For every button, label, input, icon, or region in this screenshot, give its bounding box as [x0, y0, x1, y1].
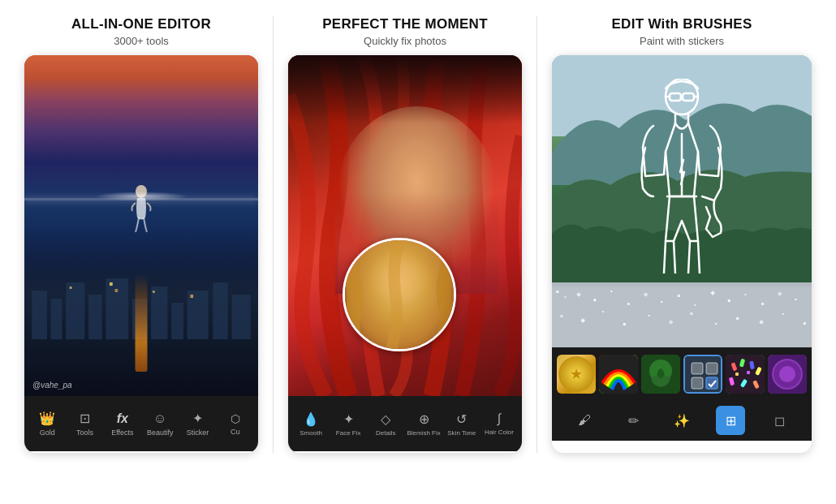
panel-3-subtitle: Paint with stickers — [640, 35, 724, 47]
svg-rect-58 — [706, 363, 717, 374]
svg-rect-49 — [782, 313, 784, 315]
panel-brushes: EDIT With BRUSHES Paint with stickers — [552, 16, 812, 453]
svg-rect-35 — [744, 294, 746, 295]
svg-rect-43 — [649, 315, 650, 317]
divider-1 — [273, 16, 274, 453]
brush-tool-grid[interactable]: ⊞ — [716, 406, 745, 435]
eraser-icon: ◻ — [774, 413, 785, 429]
paint-brush-icon: 🖌 — [578, 413, 591, 428]
sticker-purple[interactable] — [768, 355, 807, 394]
tool-facefix-label: Face Fix — [336, 429, 361, 437]
sticker-icon: ✦ — [192, 411, 203, 426]
svg-rect-13 — [114, 289, 118, 292]
svg-rect-46 — [715, 323, 717, 325]
watermark: @vahe_pa — [32, 381, 72, 390]
panel-3-phone: ★ — [552, 55, 812, 453]
tool-blemish[interactable]: ⊕ Blemish Fix — [405, 408, 442, 440]
sticker-gold[interactable]: ★ — [557, 355, 596, 394]
svg-point-73 — [779, 366, 795, 382]
tool-sticker-label: Sticker — [187, 429, 209, 437]
top-dark — [288, 55, 522, 123]
svg-rect-12 — [110, 282, 113, 286]
brush-tool-pen[interactable]: ✏ — [618, 406, 648, 435]
svg-rect-24 — [564, 296, 566, 298]
sticker-green[interactable] — [641, 355, 680, 394]
divider-2 — [537, 16, 537, 453]
svg-rect-20 — [670, 93, 681, 101]
tool-facefix[interactable]: ✦ Face Fix — [330, 408, 366, 440]
effects-icon: fx — [117, 411, 128, 426]
svg-rect-34 — [728, 299, 730, 302]
svg-text:★: ★ — [570, 366, 583, 382]
tool-smooth[interactable]: 💧 Smooth — [293, 408, 329, 440]
person-sketch-outline — [625, 79, 739, 274]
panel-all-in-one: ALL-IN-ONE EDITOR 3000+ tools — [24, 16, 258, 453]
panel-2-photo — [288, 55, 522, 396]
panel-perfect-moment: PERFECT THE MOMENT Quickly fix photos — [288, 16, 522, 453]
crown-icon: 👑 — [39, 411, 55, 426]
svg-rect-14 — [70, 286, 72, 289]
tool-blemish-label: Blemish Fix — [407, 429, 440, 437]
beautify-icon: ☺ — [153, 411, 166, 426]
svg-rect-42 — [623, 323, 626, 325]
svg-rect-21 — [683, 93, 694, 101]
panel-2-subtitle: Quickly fix photos — [364, 35, 446, 47]
svg-rect-69 — [735, 373, 739, 376]
tool-details[interactable]: ◇ Details — [368, 408, 403, 440]
svg-rect-1 — [32, 291, 47, 339]
tool-gold[interactable]: 👑 Gold — [29, 406, 65, 442]
brush-toolbar: 🖌 ✏ ✨ ⊞ ◻ — [552, 400, 812, 441]
sticker-confetti[interactable] — [726, 355, 765, 394]
tool-haircolor[interactable]: ∫ Hair Color — [481, 408, 517, 439]
smooth-icon: 💧 — [303, 411, 319, 427]
svg-rect-59 — [692, 377, 703, 389]
svg-rect-31 — [678, 295, 680, 297]
tool-smooth-label: Smooth — [299, 429, 322, 437]
svg-rect-39 — [560, 315, 562, 317]
brush-tool-paint[interactable]: 🖌 — [570, 406, 599, 435]
svg-rect-57 — [692, 363, 703, 374]
svg-rect-15 — [153, 291, 155, 293]
tool-skintone-label: Skin Tone — [447, 429, 476, 437]
sticker-selected[interactable] — [683, 355, 722, 394]
tool-cube[interactable]: ⬡ Cu — [218, 407, 253, 441]
panel-3-photo — [552, 55, 812, 347]
brush-tool-sparkle[interactable]: ✨ — [667, 406, 696, 435]
svg-rect-30 — [661, 301, 662, 303]
panel-2-phone: 💧 Smooth ✦ Face Fix ◇ Details ⊕ Blemish … — [288, 55, 522, 453]
sparkle-icon: ✨ — [674, 413, 690, 429]
svg-rect-11 — [231, 295, 250, 339]
svg-rect-70 — [747, 371, 750, 374]
tool-beautify[interactable]: ☺ Beautify — [142, 407, 178, 442]
tool-skintone[interactable]: ↺ Skin Tone — [444, 408, 480, 440]
svg-rect-10 — [213, 282, 228, 339]
circle-inset — [343, 238, 456, 351]
panel-1-title: ALL-IN-ONE EDITOR — [71, 16, 211, 32]
svg-rect-2 — [51, 299, 62, 339]
panel-3-title: EDIT With BRUSHES — [611, 16, 752, 32]
tool-effects[interactable]: fx Effects — [105, 407, 140, 442]
brush-tool-eraser[interactable]: ◻ — [765, 406, 794, 435]
facefix-icon: ✦ — [343, 411, 354, 427]
tool-sticker[interactable]: ✦ Sticker — [179, 406, 215, 442]
svg-rect-41 — [602, 311, 604, 312]
panel-1-phone: @vahe_pa 👑 Gold ⊡ Tools fx Effects ☺ Bea… — [24, 55, 258, 453]
svg-rect-47 — [736, 317, 739, 320]
svg-rect-32 — [694, 304, 696, 306]
inset-hair — [345, 240, 454, 349]
tool-cube-label: Cu — [231, 428, 240, 436]
svg-rect-22 — [552, 286, 812, 347]
toolbar-2: 💧 Smooth ✦ Face Fix ◇ Details ⊕ Blemish … — [288, 396, 522, 451]
svg-rect-60 — [706, 377, 717, 389]
tool-tools[interactable]: ⊡ Tools — [67, 406, 102, 442]
tool-effects-label: Effects — [111, 429, 133, 437]
tool-haircolor-label: Hair Color — [485, 429, 514, 436]
svg-rect-7 — [151, 286, 167, 339]
sticker-rainbow[interactable] — [599, 355, 638, 394]
sticker-tray: ★ — [552, 347, 812, 400]
grid-brush-icon: ⊞ — [726, 413, 736, 429]
svg-rect-38 — [795, 299, 796, 300]
svg-rect-28 — [627, 303, 630, 305]
cube-icon: ⬡ — [231, 412, 240, 425]
glitter-ground — [552, 286, 812, 347]
